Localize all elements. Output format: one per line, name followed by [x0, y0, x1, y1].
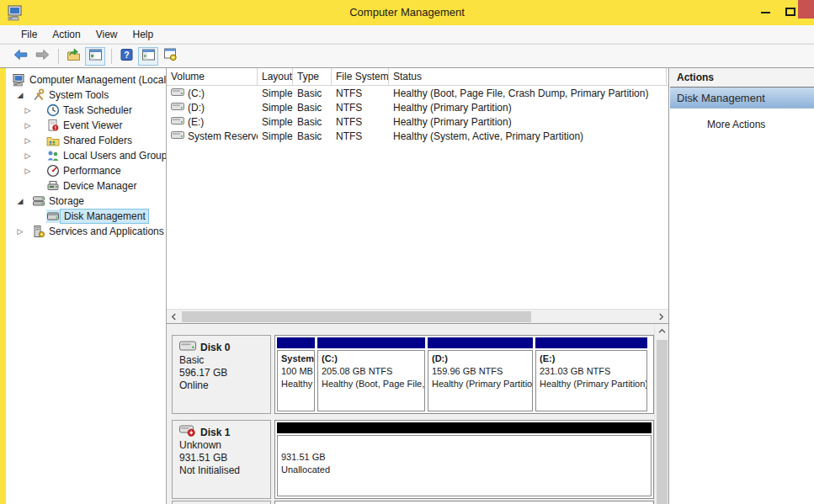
volume-row-system-reserved[interactable]: System ReservedSimpleBasicNTFSHealthy (S… — [167, 129, 668, 143]
horizontal-scrollbar-thumb[interactable] — [182, 311, 531, 322]
scroll-right-arrow-icon[interactable] — [654, 310, 668, 324]
collapsed-arrow-icon[interactable]: ▷ — [22, 148, 34, 163]
console-tree-icon — [88, 48, 103, 64]
volume-cell: Healthy (System, Active, Primary Partiti… — [389, 130, 667, 142]
actions-disk-management-item[interactable]: Disk Management — [670, 88, 814, 109]
sidebar-item-label: Computer Management (Local) — [26, 73, 166, 87]
volume-icon — [171, 88, 184, 99]
volume-list-body: (C:)SimpleBasicNTFSHealthy (Boot, Page F… — [167, 86, 668, 143]
partition-size: 231.03 GB NTFS — [540, 365, 643, 378]
partition-status: Healthy (Primary Partition) — [540, 378, 643, 390]
disk-partition-strip — [274, 501, 654, 504]
storage-icon — [32, 194, 45, 208]
column-header-file-system[interactable]: File System — [332, 68, 389, 85]
vertical-scrollbar-thumb[interactable] — [657, 340, 668, 504]
partition-status-bar — [317, 337, 425, 348]
sidebar-item-event-viewer[interactable]: ▷Event Viewer — [22, 118, 166, 133]
partition-name: System Reserved — [281, 353, 311, 365]
volume-cell: Healthy (Primary Partition) — [389, 102, 667, 114]
sidebar-item-local-users-and-groups[interactable]: ▷Local Users and Groups — [22, 148, 166, 163]
console-window-icon — [163, 48, 178, 64]
forward-button[interactable] — [32, 47, 52, 66]
scroll-up-arrow-icon[interactable] — [655, 324, 668, 338]
vertical-scrollbar[interactable] — [654, 324, 668, 504]
column-header-type[interactable]: Type — [293, 68, 332, 85]
partition-c[interactable]: (C:)205.08 GB NTFSHealthy (Boot, Page Fi… — [317, 337, 425, 411]
volume-name: (D:) — [188, 102, 205, 114]
collapsed-arrow-icon[interactable]: ▷ — [22, 118, 34, 133]
collapsed-arrow-icon[interactable]: ▷ — [22, 103, 34, 118]
volume-cell: (E:) — [167, 116, 258, 128]
menu-help[interactable]: Help — [125, 27, 162, 42]
help-button[interactable]: ? — [116, 47, 136, 66]
export-list-button[interactable] — [63, 47, 83, 66]
sidebar-item-label: Local Users and Groups — [60, 149, 166, 162]
partition-d[interactable]: (D:)159.96 GB NTFSHealthy (Primary Parti… — [428, 337, 533, 411]
help-icon: ? — [120, 48, 134, 64]
close-button[interactable] — [798, 0, 814, 19]
volume-cell: NTFS — [332, 130, 389, 142]
disk-title: Disk 1 — [179, 425, 265, 439]
partition-status: Healthy (Boot, Page File, Crash Dump, Pr… — [322, 378, 421, 390]
disk-info-line: Not Initialised — [179, 464, 265, 477]
console-tree-pane: Computer Management (Local)◢System Tools… — [6, 68, 167, 504]
disk-label-panel[interactable] — [172, 501, 271, 504]
collapsed-arrow-icon[interactable]: ▷ — [22, 163, 34, 178]
partition-unallocated[interactable]: 931.51 GBUnallocated — [277, 422, 652, 496]
volume-row-d[interactable]: (D:)SimpleBasicNTFSHealthy (Primary Part… — [167, 100, 668, 114]
show-action-pane-button[interactable] — [138, 47, 158, 66]
sidebar-item-task-scheduler[interactable]: ▷Task Scheduler — [22, 103, 166, 118]
volume-list: VolumeLayoutTypeFile SystemStatus (C:)Si… — [167, 68, 668, 309]
partition-status-bar — [535, 337, 647, 348]
volume-cell: Simple — [258, 102, 293, 114]
disk-info-line: 931.51 GB — [179, 452, 265, 464]
collapsed-arrow-icon[interactable]: ▷ — [14, 224, 26, 239]
column-header-volume[interactable]: Volume — [167, 68, 258, 85]
volume-row-e[interactable]: (E:)SimpleBasicNTFSHealthy (Primary Part… — [167, 114, 668, 129]
services-icon — [32, 225, 45, 238]
volume-cell: Healthy (Boot, Page File, Crash Dump, Pr… — [389, 88, 667, 99]
computer-management-window: Computer Management FileActionViewHelp ?… — [0, 0, 814, 504]
sidebar-item-label: Device Manager — [60, 179, 139, 193]
partition-status: Healthy (System, Active, Primary Partiti… — [281, 378, 311, 390]
maximize-button[interactable] — [785, 8, 795, 16]
back-button[interactable] — [10, 47, 30, 66]
more-actions-button[interactable]: More Actions — [670, 109, 814, 130]
event-viewer-icon — [46, 119, 60, 132]
partition-size: 159.96 GB NTFS — [432, 365, 529, 378]
sidebar-item-system-tools[interactable]: ◢System Tools — [14, 88, 166, 103]
volume-row-c[interactable]: (C:)SimpleBasicNTFSHealthy (Boot, Page F… — [167, 86, 668, 100]
show-console-tree-button[interactable] — [85, 47, 105, 66]
partition-details: (E:)231.03 GB NTFSHealthy (Primary Parti… — [535, 350, 647, 411]
toolbar: ? — [0, 44, 814, 67]
partition-status-bar — [277, 422, 652, 433]
action-pane-icon — [141, 48, 156, 64]
sidebar-item-services-and-applications[interactable]: ▷Services and Applications — [14, 224, 166, 239]
disk-label-panel[interactable]: Disk 1Unknown931.51 GBNot Initialised — [172, 420, 271, 499]
sidebar-item-disk-management[interactable]: Disk Management — [22, 209, 166, 224]
column-header-layout[interactable]: Layout — [258, 68, 293, 85]
disk-info-line: 596.17 GB — [179, 367, 265, 379]
sidebar-item-storage[interactable]: ◢Storage — [14, 194, 166, 209]
expanded-arrow-icon[interactable]: ◢ — [14, 88, 26, 103]
actions-header: Actions — [670, 68, 814, 88]
sidebar-item-performance[interactable]: ▷Performance — [22, 163, 166, 178]
menu-action[interactable]: Action — [45, 27, 88, 42]
console-properties-button[interactable] — [160, 47, 180, 66]
partition-system-reserved[interactable]: System Reserved100 MB NTFSHealthy (Syste… — [277, 337, 315, 411]
horizontal-scrollbar[interactable] — [167, 309, 668, 323]
disk-label-panel[interactable]: Disk 0Basic596.17 GBOnline — [172, 335, 271, 414]
collapsed-arrow-icon[interactable]: ▷ — [22, 133, 34, 148]
sidebar-item-device-manager[interactable]: Device Manager — [22, 178, 166, 194]
menu-file[interactable]: File — [13, 27, 45, 42]
partition-e[interactable]: (E:)231.03 GB NTFSHealthy (Primary Parti… — [535, 337, 647, 411]
minimize-button[interactable] — [761, 12, 770, 13]
scroll-left-arrow-icon[interactable] — [167, 310, 181, 324]
menu-view[interactable]: View — [88, 27, 125, 42]
partition-status: Unallocated — [281, 464, 647, 476]
expanded-arrow-icon[interactable]: ◢ — [14, 194, 26, 209]
column-header-status[interactable]: Status — [389, 68, 667, 85]
sidebar-item-computer-management-local[interactable]: Computer Management (Local) — [13, 72, 166, 88]
sidebar-item-shared-folders[interactable]: ▷Shared Folders — [22, 133, 166, 148]
export-folder-icon — [67, 48, 81, 64]
